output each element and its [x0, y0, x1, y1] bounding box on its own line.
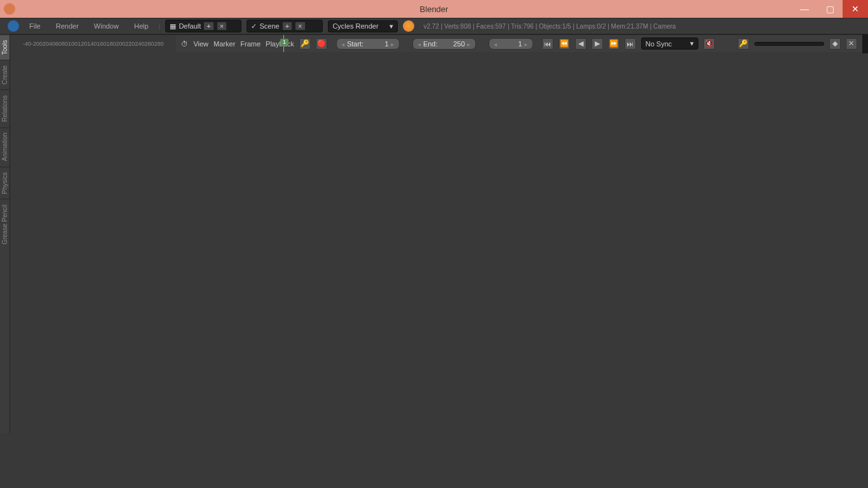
- window-title: Blender: [420, 4, 449, 14]
- render-engine-name: Cycles Render: [332, 22, 378, 30]
- scene-name: Scene: [259, 22, 279, 30]
- tl-menu-view[interactable]: View: [193, 40, 208, 48]
- timeline-tick: 140: [87, 41, 97, 47]
- keying-set-icon[interactable]: 🔑: [738, 38, 749, 50]
- maximize-button[interactable]: ▢: [817, 0, 843, 18]
- timeline-tick: 100: [68, 41, 78, 47]
- tl-menu-marker[interactable]: Marker: [214, 40, 235, 48]
- jump-end-icon[interactable]: ⏭: [625, 38, 636, 50]
- keyframe-prev-icon[interactable]: ⏪: [559, 38, 570, 50]
- timeline-header: ⏱ View Marker Frame Playback 🔑 🔴 Start:1…: [176, 34, 862, 52]
- audio-mute-icon[interactable]: 🔇: [703, 38, 715, 50]
- window-titlebar: Blender — ▢ ✕: [0, 0, 868, 18]
- blender-logo-icon: [403, 20, 414, 32]
- timeline-cursor[interactable]: [283, 35, 284, 52]
- tool-shelf: Transform Translate Rotate Scale Mirror …: [10, 34, 10, 433]
- windows-taskbar: ⊞ 📁 ◉ ◯ ◯ Ⓤ ◈ ◉ ◉ 🎨 ▲ ⚑ 📶 🔊 6:10 AM 4/19…: [862, 34, 868, 53]
- history-header[interactable]: History: [10, 173, 10, 186]
- menu-render[interactable]: Render: [51, 22, 84, 30]
- blender-icon: [4, 3, 15, 15]
- constraint-x[interactable]: X: [10, 356, 10, 368]
- timeline-tick: 40: [49, 41, 55, 47]
- tab-tools[interactable]: Tools: [0, 34, 10, 60]
- menu-window[interactable]: Window: [89, 22, 124, 30]
- timeline-tick: 80: [62, 41, 68, 47]
- start-button[interactable]: ⊞: [862, 34, 868, 53]
- timeline-tick: 280: [154, 41, 163, 47]
- constraint-z[interactable]: Z: [10, 379, 10, 391]
- timeline-ruler[interactable]: -40-200204060801001201401601802002202402…: [10, 34, 176, 52]
- sync-selector[interactable]: No Sync▾: [641, 37, 698, 50]
- add-layout-button[interactable]: +: [203, 22, 214, 30]
- timeline-tick: 160: [97, 41, 106, 47]
- play-reverse-icon[interactable]: ◀: [575, 38, 587, 50]
- current-frame[interactable]: 1: [489, 38, 533, 50]
- timeline-tick: 20: [43, 41, 49, 47]
- timeline-tick: 60: [55, 41, 62, 47]
- render-engine-selector[interactable]: Cycles Render ▾: [328, 20, 398, 32]
- vector-label: Vector: [10, 263, 10, 275]
- add-scene-button[interactable]: +: [282, 22, 292, 30]
- keyframe-next-icon[interactable]: ⏩: [608, 38, 620, 50]
- timeline-tick: 120: [78, 41, 87, 47]
- menu-help[interactable]: Help: [129, 22, 154, 30]
- timeline-tick: -40: [23, 41, 31, 47]
- play-icon[interactable]: ▶: [592, 38, 603, 50]
- tab-grease-pencil[interactable]: Grease Pencil: [0, 199, 10, 250]
- timeline-editor-icon[interactable]: ⏱: [181, 40, 188, 48]
- orientation-label: Orientation: [10, 391, 10, 403]
- timeline-tick: 240: [135, 41, 144, 47]
- key-insert-icon[interactable]: ◆: [829, 38, 841, 50]
- timeline-tick: 200: [116, 41, 125, 47]
- tab-create[interactable]: Create: [0, 60, 10, 90]
- toolshelf-tabs: Tools Create Relations Animation Physics…: [0, 34, 10, 433]
- keying-set-selector[interactable]: [754, 42, 824, 46]
- delete-scene-button[interactable]: ×: [295, 22, 305, 30]
- tab-physics[interactable]: Physics: [0, 166, 10, 199]
- scene-stats: v2.72 | Verts:808 | Faces:597 | Tris:796…: [423, 23, 675, 30]
- scene-selector[interactable]: ✓ Scene + ×: [247, 20, 323, 32]
- jump-start-icon[interactable]: ⏮: [542, 38, 553, 50]
- start-frame[interactable]: Start:1: [336, 38, 400, 50]
- key-delete-icon[interactable]: ✕: [846, 38, 857, 50]
- editor-type-icon[interactable]: [8, 20, 19, 32]
- auto-key-icon[interactable]: 🔑: [299, 38, 311, 50]
- constraint-y[interactable]: Y: [10, 368, 10, 379]
- timeline-tick: -20: [31, 41, 39, 47]
- delete-layout-button[interactable]: ×: [217, 22, 227, 30]
- minimize-button[interactable]: —: [792, 0, 817, 18]
- timeline-tick: 180: [106, 41, 116, 47]
- menu-file[interactable]: File: [24, 22, 46, 30]
- edit-header[interactable]: Edit: [10, 109, 10, 122]
- timeline-tick: 260: [144, 41, 154, 47]
- close-button[interactable]: ✕: [843, 0, 868, 18]
- tl-menu-frame[interactable]: Frame: [240, 40, 261, 48]
- redo-header[interactable]: Resize: [10, 250, 10, 263]
- tab-relations[interactable]: Relations: [0, 90, 10, 127]
- tab-animation[interactable]: Animation: [0, 127, 10, 166]
- end-frame[interactable]: End:250: [412, 38, 476, 50]
- record-icon[interactable]: 🔴: [316, 38, 327, 50]
- constraint-label: Constraint Axis: [10, 337, 10, 356]
- screen-layout-selector[interactable]: ▦ Default + ×: [165, 20, 241, 32]
- info-header: File Render Window Help | ▦ Default + × …: [0, 18, 868, 34]
- layout-preset-name: Default: [179, 22, 201, 30]
- timeline-tick: 220: [125, 41, 135, 47]
